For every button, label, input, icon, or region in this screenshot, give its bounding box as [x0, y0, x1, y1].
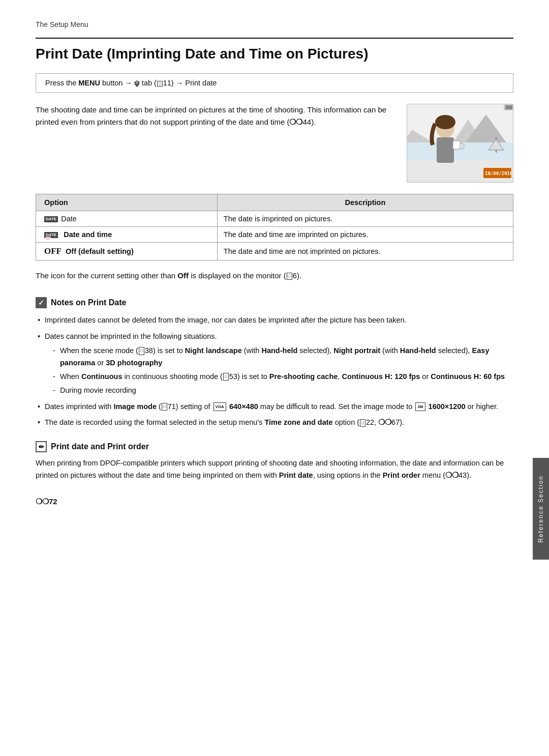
note-item-3: Dates imprinted with Image mode (□71) se… — [36, 401, 513, 413]
check-icon: ✓ — [36, 297, 47, 308]
option-date-time: DATE⏰ Date and time — [36, 227, 218, 243]
print-order-title: Print date and Print order — [51, 442, 149, 451]
page-footer: ❍❍72 — [36, 497, 513, 506]
desc-date: The date is imprinted on pictures. — [217, 211, 513, 227]
desc-off: The date and time are not imprinted on p… — [217, 243, 513, 260]
table-header-option: Option — [36, 194, 218, 211]
sub-notes-list: When the scene mode (□38) is set to Nigh… — [45, 345, 513, 397]
note-item-2: Dates cannot be imprinted in the followi… — [36, 331, 513, 397]
options-table: Option Description DATE Date The date is… — [36, 194, 513, 260]
option-off-label: Off (default setting) — [66, 247, 134, 255]
notes-title: Notes on Print Date — [51, 298, 126, 307]
intro-text: The shooting date and time can be imprin… — [36, 104, 391, 183]
intro-section: The shooting date and time can be imprin… — [36, 104, 513, 183]
page-ref: ❍❍72 — [36, 497, 57, 506]
svg-point-7 — [435, 115, 455, 129]
date-time-icon: DATE⏰ — [44, 232, 58, 238]
svg-rect-9 — [453, 141, 460, 149]
off-icon: OFF — [44, 246, 62, 256]
notes-header: ✓ Notes on Print Date — [36, 297, 513, 308]
print-order-header: ✏ Print date and Print order — [36, 441, 513, 452]
option-date-label: Date — [61, 215, 77, 223]
nav-instruction-box: Press the MENU button → ψ tab (□11) → Pr… — [36, 73, 513, 93]
sub-note-2: When Continuous in continuous shooting m… — [53, 371, 513, 383]
pencil-icon: ✏ — [36, 441, 47, 452]
table-row: DATE⏰ Date and time The date and time ar… — [36, 227, 513, 243]
print-order-section: ✏ Print date and Print order When printi… — [36, 441, 513, 482]
svg-rect-8 — [437, 137, 454, 163]
section-label: The Setup Menu — [36, 20, 513, 28]
note-item-1: Imprinted dates cannot be deleted from t… — [36, 314, 513, 327]
notes-section: ✓ Notes on Print Date Imprinted dates ca… — [36, 297, 513, 429]
table-header-description: Description — [217, 194, 513, 211]
date-icon-filled: DATE — [44, 216, 58, 222]
svg-text:10/00/2016: 10/00/2016 — [485, 171, 512, 176]
page-title: Print Date (Imprinting Date and Time on … — [36, 38, 513, 62]
option-date-time-label: Date and time — [64, 230, 112, 239]
note-item-4: The date is recorded using the format se… — [36, 417, 513, 429]
option-date: DATE Date — [36, 211, 218, 227]
nav-instruction-text: Press the MENU button → ψ tab (□11) → Pr… — [45, 79, 217, 87]
table-row: OFF Off (default setting) The date and t… — [36, 243, 513, 260]
sidebar-label: Reference Section — [537, 475, 544, 543]
sub-note-3: During movie recording — [53, 385, 513, 397]
camera-illustration: 10/00/2016 — [407, 104, 513, 183]
svg-rect-15 — [505, 105, 512, 109]
desc-date-time: The date and time are imprinted on pictu… — [217, 227, 513, 243]
sub-note-1: When the scene mode (□38) is set to Nigh… — [53, 345, 513, 369]
option-off: OFF Off (default setting) — [36, 243, 218, 260]
print-order-text: When printing from DPOF-compatible print… — [36, 457, 513, 482]
table-row: DATE Date The date is imprinted on pictu… — [36, 211, 513, 227]
notes-list: Imprinted dates cannot be deleted from t… — [36, 314, 513, 429]
notes-body: Imprinted dates cannot be deleted from t… — [36, 314, 513, 429]
sidebar-tab: Reference Section — [533, 458, 549, 560]
monitor-note: The icon for the current setting other t… — [36, 270, 513, 282]
